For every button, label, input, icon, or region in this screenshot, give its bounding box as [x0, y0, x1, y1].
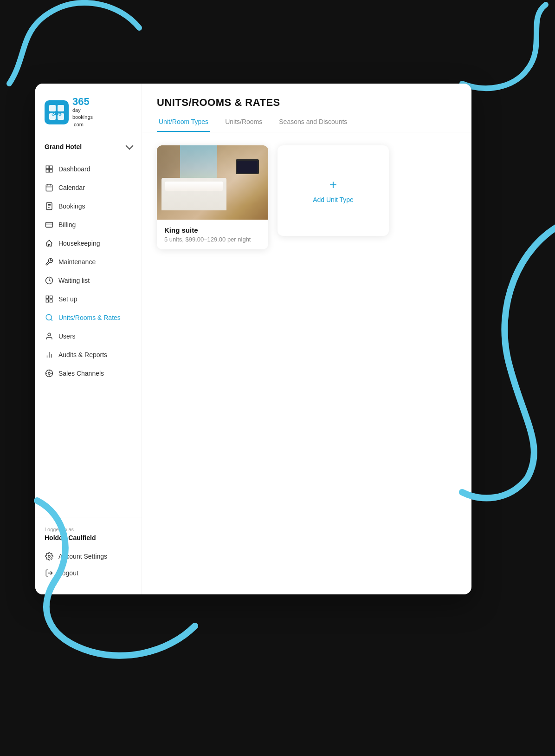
maintenance-icon — [45, 257, 54, 267]
sidebar-item-units-rooms-rates-label: Units/Rooms & Rates — [58, 314, 121, 321]
chevron-down-icon — [126, 142, 134, 150]
nav-list: Dashboard Calendar Bookings Billing — [35, 158, 142, 517]
tabs-nav: Unit/Room Types Units/Rooms Seasons and … — [157, 118, 457, 132]
sidebar-item-calendar-label: Calendar — [58, 184, 85, 191]
billing-icon — [45, 220, 54, 229]
sidebar-item-setup[interactable]: Set up — [35, 290, 142, 308]
dashboard-icon — [45, 164, 54, 174]
sidebar-item-calendar[interactable]: Calendar — [35, 178, 142, 197]
unit-card-name: King suite — [164, 226, 261, 234]
sidebar-item-dashboard-label: Dashboard — [58, 165, 90, 173]
sidebar-item-maintenance-label: Maintenance — [58, 258, 96, 266]
svg-point-15 — [48, 372, 51, 375]
sidebar-item-housekeeping[interactable]: Housekeeping — [35, 234, 142, 253]
sidebar-item-sales-channels[interactable]: Sales Channels — [35, 364, 142, 383]
sidebar-bottom: Logged in as Holden Caulfield Account Se… — [35, 517, 142, 594]
main-content: UNITS/ROOMS & RATES Unit/Room Types Unit… — [142, 84, 471, 594]
logo-text: 365 daybookings.com — [72, 97, 93, 128]
sidebar-item-waiting-list[interactable]: Waiting list — [35, 271, 142, 290]
account-settings-label: Account Settings — [58, 553, 107, 560]
calendar-icon — [45, 183, 54, 192]
sidebar-item-dashboard[interactable]: Dashboard — [35, 160, 142, 178]
svg-rect-5 — [46, 185, 52, 191]
svg-point-13 — [46, 314, 52, 320]
logout-item[interactable]: Logout — [45, 565, 132, 581]
page-title: UNITS/ROOMS & RATES — [157, 97, 457, 109]
add-unit-label: Add Unit Type — [313, 196, 354, 203]
room-bed — [161, 178, 226, 210]
svg-rect-11 — [46, 300, 48, 302]
waiting-list-icon — [45, 276, 54, 285]
svg-rect-12 — [50, 300, 52, 302]
account-settings-icon — [45, 552, 54, 561]
unit-card-king-suite[interactable]: King suite 5 units, $99.00–129.00 per ni… — [157, 145, 268, 249]
tab-seasons-discounts[interactable]: Seasons and Discounts — [277, 118, 349, 132]
sidebar-item-waiting-list-label: Waiting list — [58, 277, 90, 284]
logo-area: 365 365 daybookings.com — [35, 97, 142, 139]
page-body: King suite 5 units, $99.00–129.00 per ni… — [142, 132, 471, 594]
unit-card-image — [157, 145, 268, 220]
sidebar-item-sales-channels-label: Sales Channels — [58, 370, 104, 377]
svg-rect-7 — [46, 222, 53, 228]
logout-label: Logout — [58, 569, 78, 577]
page-header: UNITS/ROOMS & RATES Unit/Room Types Unit… — [142, 84, 471, 132]
cards-grid: King suite 5 units, $99.00–129.00 per ni… — [157, 145, 457, 249]
add-unit-plus-icon: + — [329, 178, 337, 191]
sidebar-item-bookings-label: Bookings — [58, 202, 85, 210]
sidebar-item-audits-reports[interactable]: Audits & Reports — [35, 345, 142, 364]
sidebar-item-users[interactable]: Users — [35, 327, 142, 345]
app-container: 365 365 daybookings.com Grand Hotel Dash… — [35, 84, 471, 594]
sidebar-item-audits-reports-label: Audits & Reports — [58, 351, 107, 358]
sales-icon — [45, 369, 54, 378]
room-photo — [157, 145, 268, 220]
logged-in-name: Holden Caulfield — [45, 534, 132, 541]
logo-subtext: daybookings.com — [72, 107, 93, 128]
logged-in-label: Logged in as — [45, 527, 132, 532]
sidebar-item-units-rooms-rates[interactable]: Units/Rooms & Rates — [35, 308, 142, 327]
sidebar-item-setup-label: Set up — [58, 295, 77, 303]
add-unit-card[interactable]: + Add Unit Type — [278, 145, 389, 236]
units-icon — [45, 313, 54, 322]
sidebar-item-housekeeping-label: Housekeeping — [58, 240, 100, 247]
svg-point-14 — [48, 333, 51, 336]
svg-rect-10 — [50, 296, 52, 298]
logo-icon: 365 — [45, 100, 69, 124]
sidebar-item-users-label: Users — [58, 332, 76, 340]
sidebar: 365 365 daybookings.com Grand Hotel Dash… — [35, 84, 142, 594]
svg-point-16 — [48, 555, 51, 558]
unit-card-details: 5 units, $99.00–129.00 per night — [164, 236, 261, 243]
logout-icon — [45, 568, 54, 578]
hotel-name: Grand Hotel — [45, 143, 82, 150]
tab-unit-room-types[interactable]: Unit/Room Types — [157, 118, 210, 132]
tab-units-rooms[interactable]: Units/Rooms — [223, 118, 264, 132]
svg-rect-9 — [46, 296, 48, 298]
sidebar-item-billing-label: Billing — [58, 221, 76, 228]
bookings-icon — [45, 202, 54, 211]
housekeeping-icon — [45, 239, 54, 248]
hotel-selector[interactable]: Grand Hotel — [35, 139, 142, 158]
svg-text:365: 365 — [52, 110, 62, 117]
sidebar-item-bookings[interactable]: Bookings — [35, 197, 142, 215]
audits-icon — [45, 350, 54, 359]
account-settings-item[interactable]: Account Settings — [45, 548, 132, 565]
sidebar-item-billing[interactable]: Billing — [35, 215, 142, 234]
sidebar-item-maintenance[interactable]: Maintenance — [35, 253, 142, 271]
setup-icon — [45, 294, 54, 304]
logo-number: 365 — [72, 97, 93, 107]
svg-rect-6 — [46, 203, 52, 210]
unit-card-info: King suite 5 units, $99.00–129.00 per ni… — [157, 220, 268, 249]
room-tv — [236, 159, 259, 174]
users-icon — [45, 332, 54, 341]
